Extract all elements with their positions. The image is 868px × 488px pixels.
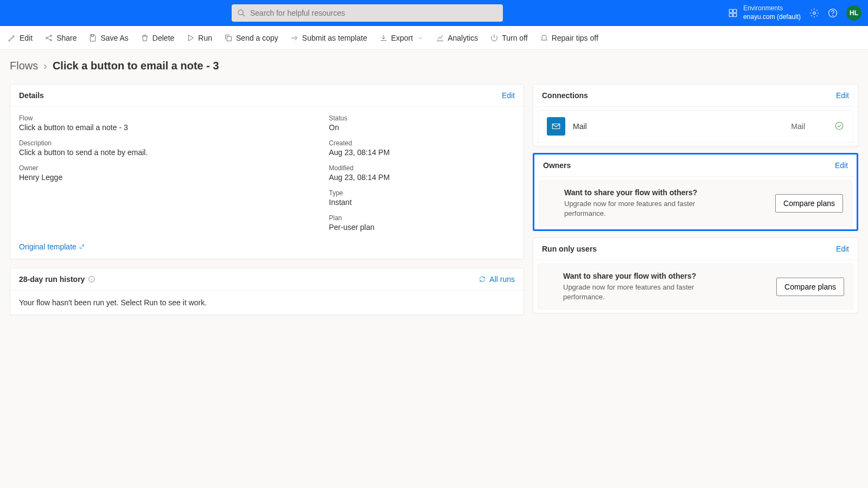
share-question: Want to share your flow with others? bbox=[564, 188, 764, 197]
desc-value: Click a button to send a note by email. bbox=[19, 148, 329, 157]
connection-name: Mail bbox=[573, 122, 783, 131]
mail-icon bbox=[547, 117, 565, 136]
all-runs-link[interactable]: All runs bbox=[478, 275, 515, 284]
settings-icon[interactable] bbox=[809, 8, 819, 18]
connections-title: Connections bbox=[542, 91, 588, 100]
owner-label: Owner bbox=[19, 164, 329, 172]
desc-label: Description bbox=[19, 139, 329, 147]
connections-card: Connections Edit Mail Mail bbox=[533, 84, 858, 146]
svg-rect-12 bbox=[92, 35, 94, 36]
svg-rect-4 bbox=[729, 14, 732, 17]
svg-point-8 bbox=[833, 15, 833, 16]
analytics-button[interactable]: Analytics bbox=[436, 34, 478, 42]
share-button[interactable]: Share bbox=[44, 34, 76, 42]
svg-rect-2 bbox=[729, 9, 732, 12]
owners-share-prompt: Want to share your flow with others? Upg… bbox=[539, 180, 852, 226]
turnoff-button[interactable]: Turn off bbox=[490, 34, 527, 42]
edit-button[interactable]: Edit bbox=[8, 34, 33, 42]
connections-edit-link[interactable]: Edit bbox=[836, 91, 849, 100]
info-icon[interactable] bbox=[88, 275, 95, 283]
sendcopy-button[interactable]: Send a copy bbox=[224, 34, 278, 42]
power-icon bbox=[490, 34, 499, 42]
owners-edit-link[interactable]: Edit bbox=[835, 161, 848, 170]
submit-icon bbox=[290, 34, 299, 42]
flow-value: Click a button to email a note - 3 bbox=[19, 123, 329, 132]
trash-icon bbox=[141, 34, 149, 42]
svg-point-10 bbox=[50, 35, 52, 36]
help-icon[interactable] bbox=[828, 8, 838, 18]
chart-icon bbox=[436, 34, 444, 42]
history-card: 28-day run history All runs Your flow ha… bbox=[10, 268, 524, 315]
owner-value: Henry Legge bbox=[19, 173, 329, 182]
chevron-right-icon: › bbox=[43, 60, 47, 72]
owners-card: Owners Edit Want to share your flow with… bbox=[533, 153, 858, 231]
search-box[interactable] bbox=[232, 4, 503, 22]
play-icon bbox=[186, 34, 195, 42]
details-edit-link[interactable]: Edit bbox=[502, 91, 515, 100]
share-description: Upgrade now for more features and faster… bbox=[564, 199, 705, 218]
svg-point-9 bbox=[46, 37, 48, 38]
command-bar: Edit Share Save As Delete Run Send a cop… bbox=[0, 26, 868, 50]
connection-type: Mail bbox=[791, 122, 805, 131]
svg-point-0 bbox=[238, 10, 243, 15]
svg-point-6 bbox=[813, 12, 816, 15]
original-template-link[interactable]: Original template bbox=[19, 242, 329, 251]
delete-button[interactable]: Delete bbox=[141, 34, 174, 42]
submit-button[interactable]: Submit as template bbox=[290, 34, 367, 42]
topbar: Environments enayu.com (default) HL bbox=[0, 0, 868, 26]
run-button[interactable]: Run bbox=[186, 34, 212, 42]
modified-value: Aug 23, 08:14 PM bbox=[329, 173, 515, 182]
runonly-edit-link[interactable]: Edit bbox=[836, 245, 849, 253]
export-icon bbox=[379, 34, 388, 42]
environment-picker[interactable]: Environments enayu.com (default) bbox=[743, 4, 801, 21]
details-title: Details bbox=[19, 91, 44, 100]
svg-point-18 bbox=[835, 122, 843, 130]
checkmark-icon bbox=[834, 121, 844, 132]
share-description: Upgrade now for more features and faster… bbox=[563, 282, 704, 301]
status-label: Status bbox=[329, 114, 515, 122]
connection-row[interactable]: Mail Mail bbox=[538, 110, 853, 143]
flow-label: Flow bbox=[19, 114, 329, 122]
share-question: Want to share your flow with others? bbox=[563, 272, 765, 280]
repair-button[interactable]: Repair tips off bbox=[540, 34, 598, 42]
owners-title: Owners bbox=[543, 161, 571, 170]
breadcrumb: Flows › Click a button to email a note -… bbox=[0, 50, 868, 78]
plan-value: Per-user plan bbox=[329, 223, 515, 232]
export-button[interactable]: Export bbox=[379, 34, 424, 42]
svg-line-1 bbox=[242, 14, 245, 16]
open-icon bbox=[79, 243, 85, 250]
svg-point-11 bbox=[50, 39, 52, 41]
svg-rect-3 bbox=[733, 9, 737, 12]
type-label: Type bbox=[329, 189, 515, 197]
save-icon bbox=[88, 34, 97, 42]
chevron-down-icon bbox=[417, 35, 424, 41]
avatar[interactable]: HL bbox=[846, 5, 861, 21]
svg-rect-17 bbox=[552, 124, 560, 129]
search-icon bbox=[237, 9, 246, 17]
runonly-share-prompt: Want to share your flow with others? Upg… bbox=[538, 264, 853, 310]
type-value: Instant bbox=[329, 198, 515, 207]
history-empty: Your flow hasn't been run yet. Select Ru… bbox=[19, 298, 515, 307]
runonly-title: Run only users bbox=[542, 245, 597, 253]
saveas-button[interactable]: Save As bbox=[88, 34, 128, 42]
svg-rect-5 bbox=[733, 14, 737, 17]
copy-icon bbox=[224, 34, 233, 42]
created-value: Aug 23, 08:14 PM bbox=[329, 148, 515, 157]
environment-icon bbox=[728, 8, 738, 18]
runonly-card: Run only users Edit Want to share your f… bbox=[533, 237, 858, 313]
compare-plans-button[interactable]: Compare plans bbox=[775, 194, 843, 213]
search-input[interactable] bbox=[250, 9, 497, 17]
modified-label: Modified bbox=[329, 164, 515, 172]
bell-icon bbox=[540, 34, 548, 42]
status-value: On bbox=[329, 123, 515, 132]
svg-rect-13 bbox=[227, 36, 231, 41]
breadcrumb-root[interactable]: Flows bbox=[10, 60, 38, 72]
breadcrumb-current: Click a button to email a note - 3 bbox=[53, 60, 219, 72]
compare-plans-button[interactable]: Compare plans bbox=[776, 278, 844, 296]
details-card: Details Edit FlowClick a button to email… bbox=[10, 84, 524, 259]
refresh-icon bbox=[478, 275, 486, 283]
history-title: 28-day run history bbox=[19, 275, 85, 284]
created-label: Created bbox=[329, 139, 515, 147]
plan-label: Plan bbox=[329, 214, 515, 222]
pencil-icon bbox=[8, 34, 16, 42]
